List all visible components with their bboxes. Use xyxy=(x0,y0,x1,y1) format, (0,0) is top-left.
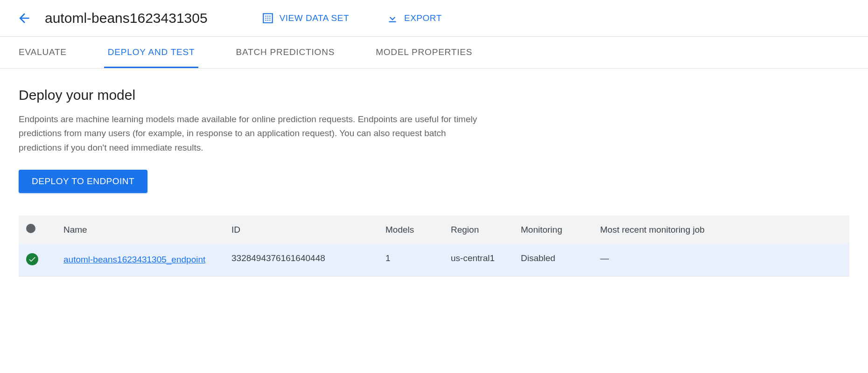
top-bar: automl-beans1623431305 VIEW DATA SET EXP… xyxy=(0,0,868,37)
section-description: Endpoints are machine learning models ma… xyxy=(19,112,485,155)
view-dataset-button[interactable]: VIEW DATA SET xyxy=(256,8,355,28)
table-header-row: Name ID Models Region Monitoring Most re… xyxy=(19,215,849,244)
grid-icon xyxy=(262,12,274,24)
export-label: EXPORT xyxy=(404,13,442,23)
arrow-left-icon xyxy=(17,11,32,26)
deploy-to-endpoint-button[interactable]: DEPLOY TO ENDPOINT xyxy=(19,170,147,193)
cell-region: us-central1 xyxy=(443,244,513,276)
cell-recent-job: — xyxy=(593,244,849,276)
view-dataset-label: VIEW DATA SET xyxy=(280,13,349,23)
col-name: Name xyxy=(56,215,224,244)
tabs: EVALUATE DEPLOY AND TEST BATCH PREDICTIO… xyxy=(0,37,868,69)
status-dot-icon xyxy=(26,224,35,233)
cell-status xyxy=(19,244,56,276)
export-button[interactable]: EXPORT xyxy=(381,8,448,28)
col-recent-job: Most recent monitoring job xyxy=(593,215,849,244)
col-id: ID xyxy=(224,215,378,244)
back-button[interactable] xyxy=(15,9,34,28)
section-title: Deploy your model xyxy=(19,87,849,103)
check-circle-icon xyxy=(26,253,38,265)
table-row[interactable]: automl-beans1623431305_endpoint 33284943… xyxy=(19,244,849,276)
tab-model-properties[interactable]: MODEL PROPERTIES xyxy=(372,37,476,68)
cell-name: automl-beans1623431305_endpoint xyxy=(56,244,224,276)
cell-monitoring: Disabled xyxy=(513,244,593,276)
col-monitoring: Monitoring xyxy=(513,215,593,244)
main-content: Deploy your model Endpoints are machine … xyxy=(0,69,868,295)
page-title: automl-beans1623431305 xyxy=(45,10,208,26)
tab-evaluate[interactable]: EVALUATE xyxy=(15,37,70,68)
tab-deploy-and-test[interactable]: DEPLOY AND TEST xyxy=(104,37,199,68)
endpoint-link[interactable]: automl-beans1623431305_endpoint xyxy=(63,253,205,267)
col-status xyxy=(19,215,56,244)
cell-models: 1 xyxy=(378,244,443,276)
cell-id: 3328494376161640448 xyxy=(224,244,378,276)
download-icon xyxy=(386,12,399,24)
tab-batch-predictions[interactable]: BATCH PREDICTIONS xyxy=(232,37,338,68)
col-region: Region xyxy=(443,215,513,244)
endpoints-table: Name ID Models Region Monitoring Most re… xyxy=(19,215,849,276)
col-models: Models xyxy=(378,215,443,244)
